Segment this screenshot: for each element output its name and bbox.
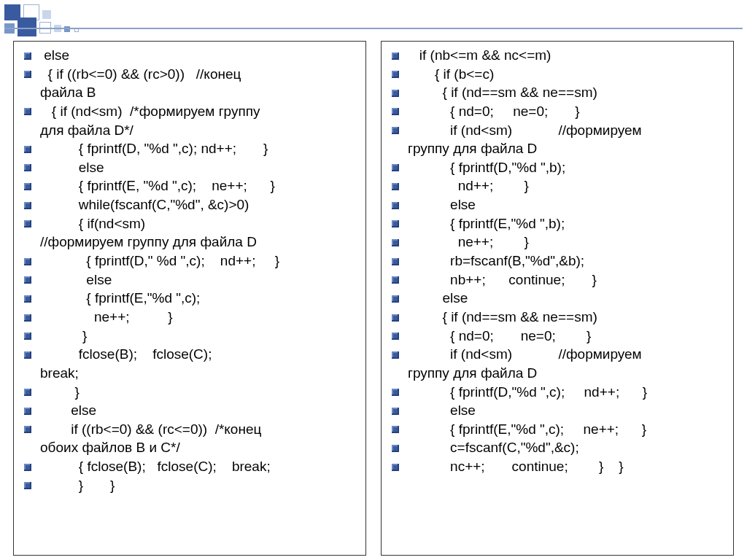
code-continuation: группу для файла D [389,364,729,383]
code-line: { fprintf(E,"%d ",b); [389,214,729,233]
code-continuation: break; [21,364,361,383]
code-line: } } [21,476,361,495]
code-line: if (nd<sm) //формируем [389,345,729,364]
left-code-list: { fprintf(D, "%d ",c); nd++; } else { fp… [21,139,361,233]
code-line: else [389,195,729,214]
right-code-box: if (nb<=m && nc<=m) { if (b<=c) { if (nd… [381,41,734,556]
code-line: else [21,271,361,289]
code-continuation: для файла D*/ [21,121,361,140]
code-line: { fprintf(D,"%d ",c); nd++; } [389,383,729,402]
code-line: c=fscanf(C,"%d",&c); [389,438,729,457]
code-line: else [389,289,729,308]
left-code-list: { fprintf(D," %d ",c); nd++; } else { fp… [21,252,361,364]
right-code-list: if (nb<=m && nc<=m) { if (b<=c) { if (nd… [389,46,729,139]
left-code-box: else { if ((rb<=0) && (rc>0)) //конец фа… [13,41,366,556]
left-code-list: { if (nd<sm) /*формируем группу [21,102,361,121]
code-line: { nd=0; ne=0; } [389,102,729,121]
code-line: { fprintf(E, "%d ",c); ne++; } [21,176,361,195]
code-continuation: группу для файла D [389,139,729,158]
code-line: else [21,46,361,65]
code-line: { if (nd==sm && ne==sm) [389,83,729,102]
code-line: { if (b<=c) [389,65,729,84]
code-line: ne++; } [389,233,729,252]
code-continuation: файла B [21,83,361,102]
code-line: else [21,401,361,420]
code-line: nc++; continue; } } [389,457,729,476]
code-line: fclose(B); fclose(C); [21,345,361,364]
code-line: { fprintf(D," %d ",c); nd++; } [21,252,361,271]
left-code-list: } else if ((rb<=0) && (rc<=0)) /*конец [21,383,361,439]
code-line: } [21,383,361,402]
code-line: while(fscanf(C,"%d", &c)>0) [21,195,361,214]
code-line: if ((rb<=0) && (rc<=0)) /*конец [21,420,361,439]
code-line: { fprintf(D,"%d ",b); [389,158,729,177]
code-line: nb++; continue; } [389,271,729,289]
code-line: { nd=0; ne=0; } [389,327,729,346]
code-line: nd++; } [389,176,729,195]
right-code-list: { fprintf(D,"%d ",b); nd++; } else { fpr… [389,158,729,364]
code-line: { if (nd==sm && ne==sm) [389,308,729,327]
code-line: { fprintf(E,"%d ",c); [21,289,361,308]
code-line: if (nd<sm) //формируем [389,121,729,140]
code-line: ne++; } [21,308,361,327]
left-code-list: { fclose(B); fclose(C); break; } } [21,457,361,494]
code-line: { fprintf(D, "%d ",c); nd++; } [21,139,361,158]
slide: else { if ((rb<=0) && (rc>0)) //конец фа… [0,0,747,560]
code-line: { fprintf(E,"%d ",c); ne++; } [389,420,729,439]
header-rule [4,28,743,29]
code-line: } [21,327,361,346]
right-code-list: { fprintf(D,"%d ",c); nd++; } else { fpr… [389,383,729,476]
code-line: { if ((rb<=0) && (rc>0)) //конец [21,65,361,84]
content-row: else { if ((rb<=0) && (rc>0)) //конец фа… [0,41,747,556]
code-line: else [389,401,729,420]
code-continuation: //формируем группу для файла D [21,233,361,252]
corner-decoration [4,4,114,36]
code-line: { fclose(B); fclose(C); break; [21,457,361,476]
code-line: { if (nd<sm) /*формируем группу [21,102,361,121]
code-continuation: обоих файлов B и C*/ [21,438,361,457]
left-code-list: else { if ((rb<=0) && (rc>0)) //конец [21,46,361,83]
code-line: else [21,158,361,177]
code-line: rb=fscanf(B,"%d",&b); [389,252,729,271]
code-line: { if(nd<sm) [21,214,361,233]
code-line: if (nb<=m && nc<=m) [389,46,729,65]
